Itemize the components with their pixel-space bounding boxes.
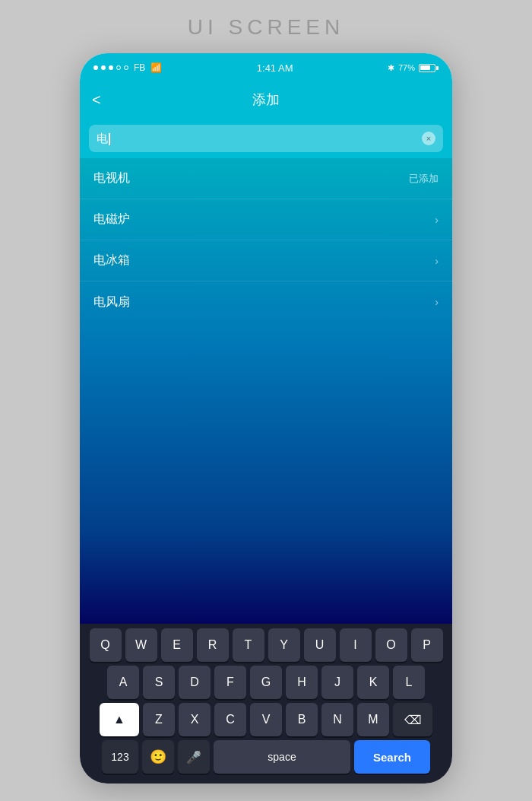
search-cursor (109, 133, 110, 145)
phone-frame: FB 📶 1:41 AM ✱ 77% < 添加 (80, 53, 452, 784)
signal-dot-3 (109, 65, 113, 70)
wifi-icon: 📶 (150, 62, 162, 73)
list-item-3[interactable]: 电风扇 › (80, 281, 452, 323)
status-left: FB 📶 (93, 62, 162, 73)
keyboard: Q W E R T Y U I O P A S D F G H J K (80, 624, 452, 784)
key-i[interactable]: I (340, 628, 372, 662)
carrier-label: FB (134, 62, 145, 73)
keyboard-row-2: A S D F G H J K L (83, 666, 449, 699)
signal-dot-4 (116, 65, 121, 70)
key-n[interactable]: N (321, 703, 353, 736)
signal-dot-2 (101, 65, 106, 70)
key-c[interactable]: C (214, 703, 246, 736)
key-r[interactable]: R (197, 628, 229, 662)
battery-tip (436, 66, 439, 70)
list-item-label-3: 电风扇 (93, 294, 130, 310)
key-j[interactable]: J (321, 666, 353, 699)
signal-dot-5 (124, 65, 128, 70)
list-item-1[interactable]: 电磁炉 › (80, 199, 452, 240)
mic-key[interactable]: 🎤 (178, 740, 210, 774)
key-t[interactable]: T (233, 628, 264, 662)
list-item-label-0: 电视机 (93, 170, 130, 186)
battery-percent: 77% (398, 63, 415, 72)
key-m[interactable]: M (357, 703, 389, 736)
list-item-0[interactable]: 电视机 已添加 (80, 158, 452, 199)
search-input-text: 电 (97, 132, 422, 146)
search-input-value: 电 (97, 132, 108, 145)
search-input-wrapper[interactable]: 电 × (89, 125, 443, 152)
key-q[interactable]: Q (90, 628, 122, 662)
keyboard-row-4: 123 🙂 🎤 space Search (83, 740, 449, 774)
status-time: 1:41 AM (257, 62, 293, 74)
list-item-2[interactable]: 电冰箱 › (80, 240, 452, 281)
key-z[interactable]: Z (143, 703, 175, 736)
page-title: UI SCREEN (188, 15, 344, 40)
num-key[interactable]: 123 (102, 740, 138, 774)
key-k[interactable]: K (357, 666, 389, 699)
nav-title: 添加 (252, 91, 280, 109)
list-item-chevron-1: › (435, 214, 439, 226)
key-u[interactable]: U (304, 628, 336, 662)
key-l[interactable]: L (393, 666, 425, 699)
key-b[interactable]: B (286, 703, 318, 736)
key-w[interactable]: W (125, 628, 157, 662)
battery-fill (420, 65, 430, 70)
bluetooth-icon: ✱ (388, 63, 394, 73)
list-item-chevron-2: › (435, 255, 439, 267)
nav-bar: < 添加 (80, 81, 452, 119)
list-item-chevron-3: › (435, 296, 439, 308)
shift-key[interactable]: ▲ (100, 703, 139, 736)
nav-back-button[interactable]: < (92, 91, 101, 109)
backspace-key[interactable]: ⌫ (393, 703, 432, 736)
key-d[interactable]: D (179, 666, 211, 699)
list-area: 电视机 已添加 电磁炉 › 电冰箱 › 电风扇 › (80, 158, 452, 624)
status-right: ✱ 77% (388, 63, 439, 73)
key-p[interactable]: P (411, 628, 443, 662)
key-x[interactable]: X (179, 703, 211, 736)
search-bar: 电 × (80, 119, 452, 158)
keyboard-row-1: Q W E R T Y U I O P (83, 628, 449, 662)
key-h[interactable]: H (286, 666, 318, 699)
keyboard-row-3: ▲ Z X C V B N M ⌫ (83, 703, 449, 736)
battery-icon (419, 64, 439, 72)
emoji-key[interactable]: 🙂 (142, 740, 174, 774)
key-a[interactable]: A (107, 666, 139, 699)
content-area: 电视机 已添加 电磁炉 › 电冰箱 › 电风扇 › (80, 158, 452, 624)
space-key[interactable]: space (214, 740, 350, 774)
key-e[interactable]: E (161, 628, 193, 662)
key-f[interactable]: F (214, 666, 246, 699)
signal-dot-1 (93, 65, 98, 70)
key-y[interactable]: Y (268, 628, 300, 662)
status-bar: FB 📶 1:41 AM ✱ 77% (80, 53, 452, 81)
key-v[interactable]: V (250, 703, 282, 736)
search-clear-button[interactable]: × (422, 132, 435, 145)
search-key[interactable]: Search (354, 740, 430, 774)
list-item-label-1: 电磁炉 (93, 211, 130, 227)
list-item-label-2: 电冰箱 (93, 253, 130, 269)
page-wrapper: UI SCREEN FB 📶 1:41 AM ✱ 77% (0, 0, 532, 801)
key-g[interactable]: G (250, 666, 282, 699)
key-s[interactable]: S (143, 666, 175, 699)
list-item-right-0: 已添加 (409, 172, 439, 186)
key-o[interactable]: O (375, 628, 407, 662)
battery-body (419, 64, 435, 72)
